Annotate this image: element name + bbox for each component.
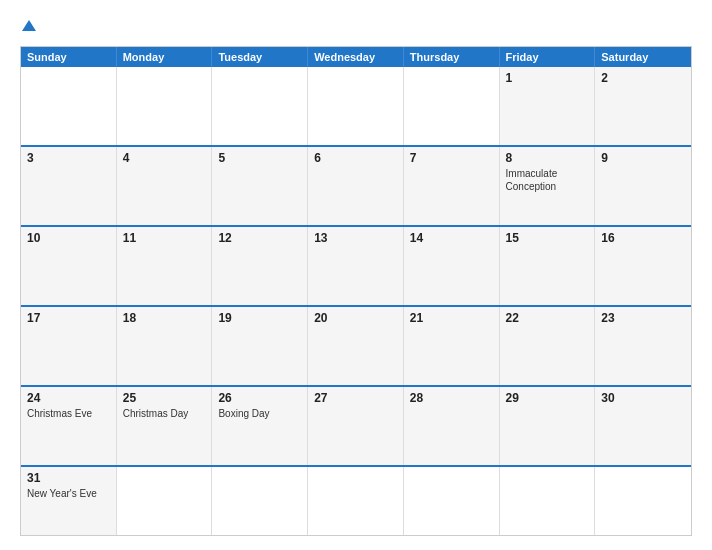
day-number: 23 [601, 311, 685, 325]
cal-cell: 1 [500, 67, 596, 145]
day-number: 18 [123, 311, 206, 325]
cal-cell: 23 [595, 307, 691, 385]
logo-triangle-icon [22, 20, 36, 31]
day-number: 10 [27, 231, 110, 245]
calendar-header-row: SundayMondayTuesdayWednesdayThursdayFrid… [21, 47, 691, 67]
calendar-body: 12345678Immaculate Conception91011121314… [21, 67, 691, 535]
cal-header-cell-monday: Monday [117, 47, 213, 67]
day-number: 21 [410, 311, 493, 325]
cal-cell: 16 [595, 227, 691, 305]
cal-cell: 8Immaculate Conception [500, 147, 596, 225]
cal-cell: 5 [212, 147, 308, 225]
day-number: 7 [410, 151, 493, 165]
day-number: 2 [601, 71, 685, 85]
cal-cell: 25Christmas Day [117, 387, 213, 465]
cal-cell [404, 467, 500, 535]
cal-header-cell-sunday: Sunday [21, 47, 117, 67]
day-number: 3 [27, 151, 110, 165]
cal-cell: 11 [117, 227, 213, 305]
cal-cell [212, 67, 308, 145]
cal-cell: 12 [212, 227, 308, 305]
day-number: 16 [601, 231, 685, 245]
cal-cell: 6 [308, 147, 404, 225]
page: SundayMondayTuesdayWednesdayThursdayFrid… [0, 0, 712, 550]
cal-cell: 4 [117, 147, 213, 225]
cal-week-1: 345678Immaculate Conception9 [21, 145, 691, 225]
day-number: 4 [123, 151, 206, 165]
day-number: 6 [314, 151, 397, 165]
day-number: 20 [314, 311, 397, 325]
day-number: 17 [27, 311, 110, 325]
day-number: 13 [314, 231, 397, 245]
cal-cell [117, 67, 213, 145]
cal-cell: 14 [404, 227, 500, 305]
cal-cell: 9 [595, 147, 691, 225]
day-number: 12 [218, 231, 301, 245]
cal-header-cell-tuesday: Tuesday [212, 47, 308, 67]
day-number: 26 [218, 391, 301, 405]
day-number: 25 [123, 391, 206, 405]
cal-header-cell-saturday: Saturday [595, 47, 691, 67]
calendar: SundayMondayTuesdayWednesdayThursdayFrid… [20, 46, 692, 536]
cal-cell: 28 [404, 387, 500, 465]
day-number: 19 [218, 311, 301, 325]
day-event: Christmas Eve [27, 407, 110, 420]
logo [20, 18, 36, 36]
day-number: 9 [601, 151, 685, 165]
day-number: 27 [314, 391, 397, 405]
cal-cell: 21 [404, 307, 500, 385]
cal-cell: 31New Year's Eve [21, 467, 117, 535]
cal-cell: 18 [117, 307, 213, 385]
cal-week-3: 17181920212223 [21, 305, 691, 385]
cal-cell: 30 [595, 387, 691, 465]
day-number: 24 [27, 391, 110, 405]
day-event: New Year's Eve [27, 487, 110, 500]
cal-cell: 13 [308, 227, 404, 305]
day-number: 31 [27, 471, 110, 485]
day-number: 1 [506, 71, 589, 85]
cal-cell: 24Christmas Eve [21, 387, 117, 465]
day-number: 5 [218, 151, 301, 165]
cal-header-cell-thursday: Thursday [404, 47, 500, 67]
cal-cell: 20 [308, 307, 404, 385]
cal-cell: 19 [212, 307, 308, 385]
logo-top [20, 18, 36, 36]
day-number: 11 [123, 231, 206, 245]
cal-week-0: 12 [21, 67, 691, 145]
cal-cell: 27 [308, 387, 404, 465]
cal-week-4: 24Christmas Eve25Christmas Day26Boxing D… [21, 385, 691, 465]
cal-header-cell-wednesday: Wednesday [308, 47, 404, 67]
cal-cell [21, 67, 117, 145]
cal-cell: 17 [21, 307, 117, 385]
day-event: Christmas Day [123, 407, 206, 420]
day-event: Immaculate Conception [506, 167, 589, 193]
cal-header-cell-friday: Friday [500, 47, 596, 67]
cal-cell: 2 [595, 67, 691, 145]
cal-cell [404, 67, 500, 145]
cal-cell: 22 [500, 307, 596, 385]
cal-cell: 26Boxing Day [212, 387, 308, 465]
cal-cell: 3 [21, 147, 117, 225]
cal-cell: 29 [500, 387, 596, 465]
cal-cell [308, 67, 404, 145]
cal-cell [212, 467, 308, 535]
cal-cell: 10 [21, 227, 117, 305]
cal-week-5: 31New Year's Eve [21, 465, 691, 535]
day-number: 8 [506, 151, 589, 165]
day-number: 29 [506, 391, 589, 405]
day-number: 14 [410, 231, 493, 245]
header [20, 18, 692, 36]
cal-cell [308, 467, 404, 535]
day-number: 28 [410, 391, 493, 405]
day-number: 30 [601, 391, 685, 405]
day-event: Boxing Day [218, 407, 301, 420]
cal-cell [595, 467, 691, 535]
cal-cell [117, 467, 213, 535]
cal-week-2: 10111213141516 [21, 225, 691, 305]
cal-cell: 15 [500, 227, 596, 305]
day-number: 15 [506, 231, 589, 245]
day-number: 22 [506, 311, 589, 325]
cal-cell: 7 [404, 147, 500, 225]
cal-cell [500, 467, 596, 535]
